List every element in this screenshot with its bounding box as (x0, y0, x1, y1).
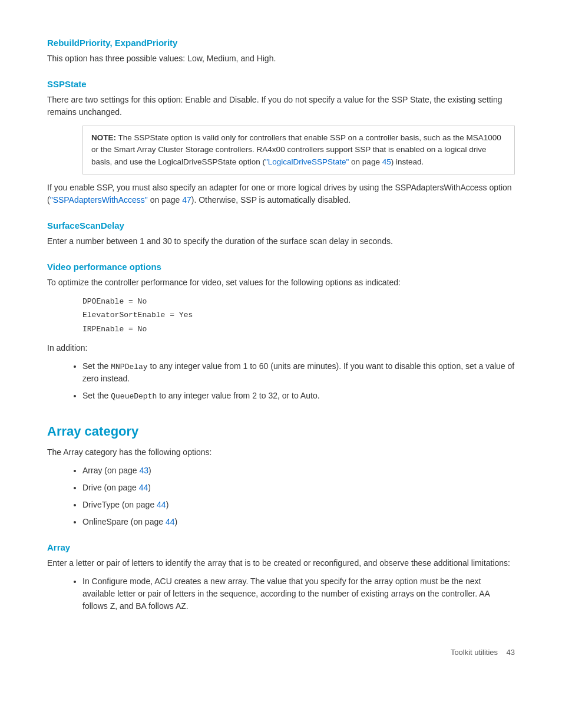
logical-drive-ssp-state-link[interactable]: "LogicalDriveSSPState" (265, 157, 349, 166)
surface-scan-delay-body: Enter a number between 1 and 30 to speci… (47, 235, 515, 248)
array-bullet-1: In Configure mode, ACU creates a new arr… (82, 575, 515, 612)
ssp-adapters-page-link[interactable]: 47 (182, 195, 191, 205)
video-bullet-list: Set the MNPDelay to any integer value fr… (71, 360, 515, 403)
page-footer: Toolkit utilities 43 (47, 648, 515, 657)
ssp-state-body2: If you enable SSP, you must also specify… (47, 182, 515, 206)
list-item-onlinespare: OnlineSpare (on page 44) (82, 516, 515, 528)
video-performance-intro: To optimize the controller performance f… (47, 276, 515, 289)
code-line-2: ElevatorSortEnable = Yes (82, 308, 515, 322)
note-body-text: The SSPState option is valid only for co… (91, 133, 501, 166)
onlinespare-page-link[interactable]: 44 (166, 517, 175, 526)
video-code-block: DPOEnable = No ElevatorSortEnable = Yes … (82, 295, 515, 336)
list-item-array: Array (on page 43) (82, 465, 515, 477)
video-performance-heading: Video performance options (47, 262, 515, 272)
note-box: NOTE: The SSPState option is valid only … (82, 126, 515, 174)
surface-scan-delay-heading: SurfaceScanDelay (47, 220, 515, 230)
ssp-adapters-link[interactable]: "SSPAdaptersWithAccess" (50, 195, 148, 205)
array-bullets: In Configure mode, ACU creates a new arr… (71, 575, 515, 612)
array-page-link[interactable]: 43 (140, 466, 149, 475)
footer-page-num: 43 (507, 648, 515, 657)
list-item-drive: Drive (on page 44) (82, 482, 515, 494)
video-bullet-2: Set the QueueDepth to any integer value … (82, 390, 515, 403)
note-page-link[interactable]: 45 (382, 157, 391, 166)
note-label: NOTE: The SSPState option is valid only … (91, 133, 501, 166)
rebuild-priority-body: This option has three possible values: L… (47, 52, 515, 65)
drive-page-link[interactable]: 44 (139, 483, 148, 492)
array-category-intro: The Array category has the following opt… (47, 446, 515, 459)
ssp-state-heading: SSPState (47, 79, 515, 89)
list-item-drivetype: DriveType (on page 44) (82, 499, 515, 511)
code-line-3: IRPEnable = No (82, 322, 515, 336)
code-line-1: DPOEnable = No (82, 295, 515, 308)
ssp-state-body1: There are two settings for this option: … (47, 94, 515, 118)
array-subheading: Array (47, 542, 515, 552)
array-category-heading: Array category (47, 424, 515, 439)
array-body: Enter a letter or pair of letters to ide… (47, 557, 515, 569)
rebuild-priority-heading: RebuildPriority, ExpandPriority (47, 38, 515, 48)
in-addition-text: In addition: (47, 342, 515, 354)
array-category-list: Array (on page 43) Drive (on page 44) Dr… (71, 465, 515, 528)
drivetype-page-link[interactable]: 44 (157, 500, 166, 509)
footer-text: Toolkit utilities (451, 648, 498, 657)
video-bullet-1: Set the MNPDelay to any integer value fr… (82, 360, 515, 386)
page-container: RebuildPriority, ExpandPriority This opt… (0, 0, 562, 692)
